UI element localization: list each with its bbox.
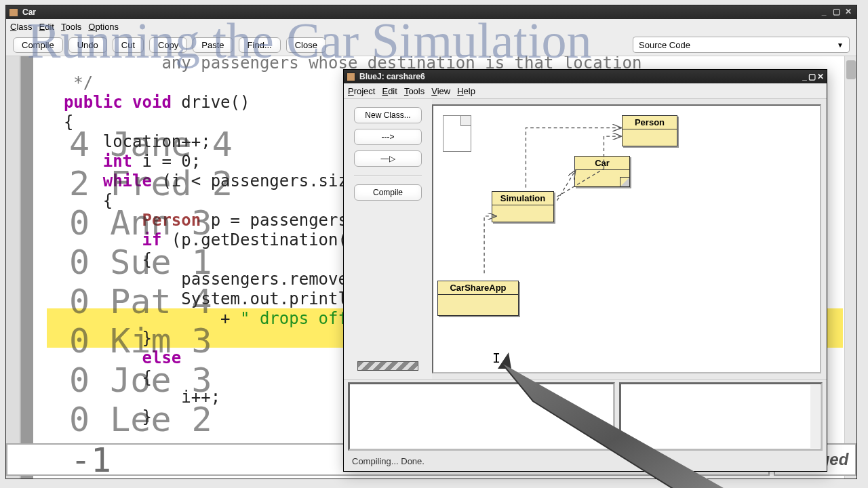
view-selector-value: Source Code xyxy=(639,40,690,50)
editor-toolbar: Compile Undo Cut Copy Paste Find... Clos… xyxy=(6,34,856,56)
editor-title: Car xyxy=(22,7,36,17)
sidebar-compile-button[interactable]: Compile xyxy=(354,184,422,201)
bluej-app-icon xyxy=(347,73,355,81)
class-title: CarShareApp xyxy=(438,281,518,295)
class-title: Simulation xyxy=(492,192,553,205)
class-box-car[interactable]: Car xyxy=(574,156,630,187)
object-bench[interactable] xyxy=(344,379,827,453)
object-bench-left[interactable] xyxy=(348,382,615,451)
bluej-titlebar[interactable]: BlueJ: carshare6 _ ▢ ✕ xyxy=(344,70,827,83)
inherit-arrow-button[interactable]: —▷ xyxy=(354,150,422,167)
close-button[interactable]: Close xyxy=(286,37,326,53)
bluej-title-text: BlueJ: carshare6 xyxy=(359,72,425,81)
class-title: Person xyxy=(623,116,677,129)
undo-button[interactable]: Undo xyxy=(68,37,107,53)
maximize-icon[interactable]: ▢ xyxy=(808,72,816,81)
copy-button[interactable]: Copy xyxy=(149,37,187,53)
scrollbar-thumb[interactable] xyxy=(846,60,856,79)
chevron-down-icon: ▼ xyxy=(837,41,844,49)
menu-edit[interactable]: Edit xyxy=(382,86,397,96)
class-diagram-canvas[interactable]: Person Car Simulation CarShareApp xyxy=(432,104,821,373)
readme-icon[interactable] xyxy=(443,115,471,152)
bluej-window: BlueJ: carshare6 _ ▢ ✕ Project Edit Tool… xyxy=(343,69,827,472)
class-box-simulation[interactable]: Simulation xyxy=(492,191,554,222)
compile-status: Compiling... Done. xyxy=(344,453,827,471)
menu-project[interactable]: Project xyxy=(348,86,375,96)
menu-tools[interactable]: Tools xyxy=(61,22,81,32)
class-title: Car xyxy=(575,157,629,170)
find-button[interactable]: Find... xyxy=(239,37,281,53)
class-box-person[interactable]: Person xyxy=(622,115,677,146)
bench-scrollbar[interactable] xyxy=(810,385,820,448)
minimize-icon[interactable]: _ xyxy=(802,72,807,81)
uses-arrow-button[interactable]: ---> xyxy=(354,129,422,145)
menu-edit[interactable]: Edit xyxy=(39,22,54,32)
bluej-file-icon xyxy=(9,8,18,17)
minimize-icon[interactable]: _ xyxy=(818,7,829,17)
menu-help[interactable]: Help xyxy=(457,86,475,96)
bluej-sidebar: New Class... ---> —▷ Compile xyxy=(344,99,432,379)
maximize-icon[interactable]: ▢ xyxy=(831,7,842,17)
progress-stripe xyxy=(357,361,418,371)
menu-tools[interactable]: Tools xyxy=(404,86,425,96)
class-box-carshareapp[interactable]: CarShareApp xyxy=(437,281,519,316)
sidebar-divider xyxy=(354,175,422,176)
editor-menubar: Class Edit Tools Options xyxy=(6,19,856,34)
vertical-scrollbar[interactable] xyxy=(844,56,856,479)
paste-button[interactable]: Paste xyxy=(193,37,233,53)
menu-class[interactable]: Class xyxy=(10,22,33,32)
editor-gutter xyxy=(6,56,21,479)
sentinel-overlay: -1 xyxy=(71,441,111,480)
view-selector[interactable]: Source Code ▼ xyxy=(633,37,850,53)
cut-button[interactable]: Cut xyxy=(113,37,144,53)
menu-view[interactable]: View xyxy=(431,86,450,96)
new-class-button[interactable]: New Class... xyxy=(354,107,422,123)
menu-options[interactable]: Options xyxy=(88,22,119,32)
editor-titlebar[interactable]: Car _ ▢ ✕ xyxy=(6,5,856,19)
editor-fold-gutter xyxy=(21,56,33,479)
bluej-menubar: Project Edit Tools View Help xyxy=(344,83,827,98)
compile-button[interactable]: Compile xyxy=(13,37,63,53)
object-bench-right[interactable] xyxy=(619,382,823,451)
close-icon[interactable]: ✕ xyxy=(843,7,854,17)
close-icon[interactable]: ✕ xyxy=(817,72,824,81)
